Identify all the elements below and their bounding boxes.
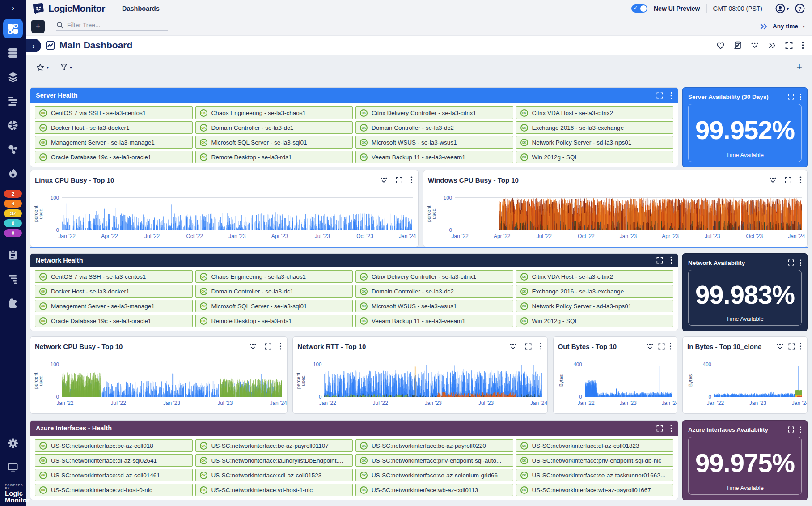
health-status-item[interactable]: OK Chaos Engineering - se-la3-chaos1 xyxy=(195,270,353,283)
fullscreen-icon[interactable] xyxy=(785,42,793,49)
health-status-item[interactable]: OK CentOS 7 via SSH - se-la3-centos1 xyxy=(35,106,193,119)
menu-kebab-icon[interactable] xyxy=(540,343,542,350)
forecast-icon[interactable] xyxy=(380,177,388,183)
health-status-item[interactable]: OK Citrix VDA Host - se-la3-citrix2 xyxy=(516,270,674,283)
forecast-icon[interactable] xyxy=(769,177,777,183)
time-range-selector[interactable]: Any time xyxy=(773,23,798,30)
sidebar-expand-chevron-icon[interactable]: › xyxy=(12,4,14,14)
alert-badge[interactable]: 2 xyxy=(4,190,22,198)
health-status-item[interactable]: OK Domain Controller - se-la3-dc2 xyxy=(355,121,513,134)
health-status-item[interactable]: OK US-SC:networkinterface:vd-host-0-nic xyxy=(35,484,193,496)
health-status-item[interactable]: OK US-SC:networkinterface:vd-host-1-nic xyxy=(195,484,353,496)
fullscreen-icon[interactable] xyxy=(656,425,663,432)
sidebar-item-dashboards[interactable] xyxy=(3,19,23,38)
sidebar-item-reports[interactable] xyxy=(3,269,23,289)
health-status-item[interactable]: OK CentOS 7 via SSH - se-la3-centos1 xyxy=(35,270,193,283)
health-status-item[interactable]: OK US-SC:networkinterface:priv-endpoint-… xyxy=(355,454,513,467)
fullscreen-icon[interactable] xyxy=(658,343,665,350)
play-all-widgets-icon[interactable] xyxy=(759,22,768,30)
health-status-item[interactable]: OK Citrix Delivery Controller - se-la3-c… xyxy=(355,270,513,283)
health-status-item[interactable]: OK US-SC:networkinterface:wb-az-coll0113 xyxy=(355,484,513,496)
health-status-item[interactable]: OK Microsoft WSUS - se-la3-wsus1 xyxy=(355,300,513,312)
health-status-item[interactable]: OK US-SC:networkinterface:bc-az-payroll0… xyxy=(195,439,353,452)
health-status-item[interactable]: OK US-SC:networkinterface:se-az-taskrunn… xyxy=(516,469,674,481)
sidebar-item-resources[interactable] xyxy=(3,43,23,63)
sidebar-item-settings[interactable] xyxy=(3,434,23,453)
chevron-down-icon[interactable]: ▾ xyxy=(803,24,805,29)
fullscreen-icon[interactable] xyxy=(785,177,791,183)
alert-badge[interactable]: 0 xyxy=(4,229,22,237)
health-status-item[interactable]: OK Management Server - se-la3-manage1 xyxy=(35,300,193,312)
menu-kebab-icon[interactable] xyxy=(799,259,802,266)
chart-plot-area[interactable] xyxy=(585,364,672,397)
forecast-icon[interactable] xyxy=(249,343,257,350)
health-status-item[interactable]: OK Oracle Database 19c - se-la3-oracle1 xyxy=(35,315,193,327)
report-disabled-icon[interactable] xyxy=(734,41,742,49)
menu-kebab-icon[interactable] xyxy=(670,92,672,99)
forecast-icon[interactable] xyxy=(646,343,654,350)
fullscreen-icon[interactable] xyxy=(788,94,794,100)
favorites-filter-button[interactable]: ▾ xyxy=(36,64,49,71)
account-menu-button[interactable]: ▾ xyxy=(775,4,789,13)
alert-badge[interactable]: 37 xyxy=(4,209,22,217)
health-status-item[interactable]: OK Domain Controller - se-la3-dc1 xyxy=(195,285,353,298)
health-status-item[interactable]: OK Microsoft WSUS - se-la3-wsus1 xyxy=(355,136,513,149)
sidebar-item-logs[interactable] xyxy=(3,91,23,111)
health-status-item[interactable]: OK Exchange 2016 - se-la3-exchange xyxy=(516,285,674,298)
forecast-icon[interactable] xyxy=(509,343,517,350)
health-status-item[interactable]: OK US-SC:networkinterface:dl-az-sql02641 xyxy=(35,454,193,467)
chart-plot-area[interactable] xyxy=(455,197,802,230)
health-status-item[interactable]: OK US-SC:networkinterface:sdl-az-coll015… xyxy=(195,469,353,481)
filter-tree-search[interactable] xyxy=(56,21,168,31)
health-status-item[interactable]: OK Remote Desktop - se-la3-rds1 xyxy=(195,315,353,327)
health-status-item[interactable]: OK Win 2012g - SQL xyxy=(516,151,674,163)
alert-badge[interactable]: 4 xyxy=(4,200,22,208)
health-status-item[interactable]: OK Microsoft SQL Server - se-la3-sql01 xyxy=(195,136,353,149)
health-status-item[interactable]: OK Domain Controller - se-la3-dc1 xyxy=(195,121,353,134)
health-status-item[interactable]: OK US-SC:networkinterface:priv-endpoint-… xyxy=(516,454,674,467)
chart-plot-area[interactable] xyxy=(62,364,282,397)
health-status-item[interactable]: OK Chaos Engineering - se-la3-chaos1 xyxy=(195,106,353,119)
menu-kebab-icon[interactable] xyxy=(410,176,413,183)
health-status-item[interactable]: OK Network Policy Server - sd-la3-nps01 xyxy=(516,136,674,149)
sidebar-item-websites[interactable] xyxy=(3,115,23,135)
menu-kebab-icon[interactable] xyxy=(799,94,802,100)
menu-kebab-icon[interactable] xyxy=(279,343,282,350)
expand-tree-pill-button[interactable]: › xyxy=(26,39,41,52)
health-status-item[interactable]: OK Oracle Database 19c - se-la3-oracle1 xyxy=(35,151,193,163)
menu-kebab-icon[interactable] xyxy=(670,425,672,432)
sidebar-item-integrations[interactable] xyxy=(3,293,23,313)
health-status-item[interactable]: OK US-SC:networkinterface:dl-az-coll0182… xyxy=(516,439,674,452)
favorite-heart-icon[interactable] xyxy=(716,42,725,49)
chart-plot-area[interactable] xyxy=(62,197,413,230)
health-status-item[interactable]: OK Citrix VDA Host - se-la3-citrix2 xyxy=(516,106,674,119)
timezone-label[interactable]: GMT-08:00 (PST) xyxy=(713,5,762,12)
fullscreen-icon[interactable] xyxy=(656,257,663,264)
nav-dashboards-label[interactable]: Dashboards xyxy=(122,5,160,12)
fullscreen-icon[interactable] xyxy=(265,343,271,350)
health-status-item[interactable]: OK Exchange 2016 - se-la3-exchange xyxy=(516,121,674,134)
add-widget-button[interactable]: + xyxy=(796,61,804,73)
health-status-item[interactable]: OK Docker Host - se-la3-docker1 xyxy=(35,285,193,298)
health-status-item[interactable]: OK Remote Desktop - se-la3-rds1 xyxy=(195,151,353,163)
menu-kebab-icon[interactable] xyxy=(802,41,804,49)
menu-kebab-icon[interactable] xyxy=(799,426,802,433)
health-status-item[interactable]: OK US-SC:networkinterface:laundrylistDbE… xyxy=(195,454,353,467)
menu-kebab-icon[interactable] xyxy=(799,176,802,183)
fullscreen-icon[interactable] xyxy=(396,177,402,183)
health-status-item[interactable]: OK Domain Controller - se-la3-dc2 xyxy=(355,285,513,298)
chart-plot-area[interactable] xyxy=(324,364,542,397)
health-status-item[interactable]: OK US-SC:networkinterface:bc-az-coll018 xyxy=(35,439,193,452)
health-status-item[interactable]: OK Management Server - se-la3-manage1 xyxy=(35,136,193,149)
alert-badge[interactable]: 0 xyxy=(4,219,22,227)
health-status-item[interactable]: OK Veeam Backup 11 - se-la3-veeam1 xyxy=(355,315,513,327)
menu-kebab-icon[interactable] xyxy=(799,343,802,350)
health-status-item[interactable]: OK US-SC:networkinterface:bc-az-payroll0… xyxy=(355,439,513,452)
sidebar-item-remote-desktop[interactable] xyxy=(3,458,23,477)
health-status-item[interactable]: OK Docker Host - se-la3-docker1 xyxy=(35,121,193,134)
forecast-icon[interactable] xyxy=(776,343,784,350)
fullscreen-icon[interactable] xyxy=(788,343,795,350)
fullscreen-icon[interactable] xyxy=(788,426,794,433)
new-ui-preview-toggle[interactable]: ✓ xyxy=(631,4,647,13)
fullscreen-icon[interactable] xyxy=(525,343,532,350)
